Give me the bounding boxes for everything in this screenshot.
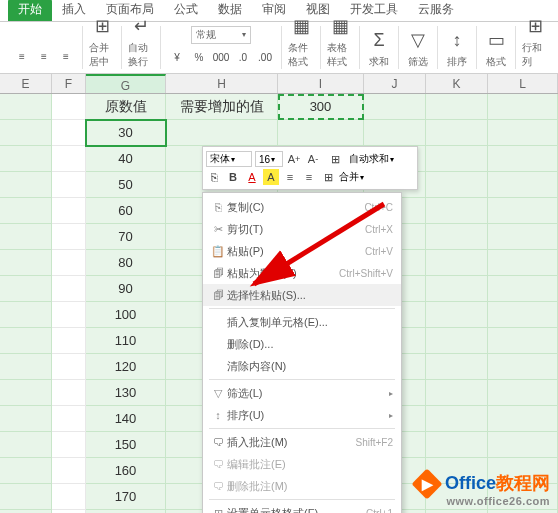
cell[interactable] [426,302,488,328]
cell[interactable] [52,484,86,510]
cell[interactable] [488,302,558,328]
cell[interactable] [426,328,488,354]
cell[interactable] [488,328,558,354]
cell-value[interactable]: 130 [86,380,166,406]
cell[interactable] [426,224,488,250]
increase-font-icon[interactable]: A+ [286,151,302,167]
cell[interactable] [488,94,558,120]
cell-value[interactable]: 80 [86,250,166,276]
ctx-filter[interactable]: ▽筛选(L)▸ [203,382,401,404]
cell-value[interactable]: 40 [86,146,166,172]
merge-center-icon[interactable]: ⊞ [89,13,115,39]
dec-decimal-icon[interactable]: .00 [255,47,275,67]
cell-copied-value[interactable]: 300 [278,94,364,120]
cell[interactable] [426,120,488,146]
col-header-E[interactable]: E [0,74,52,93]
cell[interactable] [0,328,52,354]
cell[interactable] [488,250,558,276]
cell-value[interactable]: 30 [86,120,166,146]
mini-merge-icon[interactable]: ⊞ [324,151,346,167]
cell[interactable] [488,380,558,406]
decrease-font-icon[interactable]: A- [305,151,321,167]
mini-autosum-button[interactable]: 自动求和▾ [349,152,394,166]
tab-data[interactable]: 数据 [208,0,252,21]
rowcol-icon[interactable]: ⊞ [522,13,548,39]
ctx-sort[interactable]: ↕排序(U)▸ [203,404,401,426]
cell[interactable] [0,380,52,406]
cell-value[interactable]: 90 [86,276,166,302]
align-bottom-icon[interactable]: ≡ [56,46,76,66]
cell[interactable] [426,380,488,406]
cell[interactable] [52,250,86,276]
cell[interactable] [364,94,426,120]
col-header-F[interactable]: F [52,74,86,93]
header-original[interactable]: 原数值 [86,94,166,120]
ctx-format-cells[interactable]: ⊞设置单元格格式(F)...Ctrl+1 [203,502,401,513]
cell[interactable] [0,484,52,510]
mini-fontsize-select[interactable]: 16 ▾ [255,151,283,167]
tab-home[interactable]: 开始 [8,0,52,21]
align-center-icon[interactable]: ≡ [301,169,317,185]
cell-value[interactable]: 160 [86,458,166,484]
cell[interactable] [0,302,52,328]
cell[interactable] [52,94,86,120]
cell[interactable] [52,172,86,198]
cell[interactable] [426,250,488,276]
filter-icon[interactable]: ▽ [405,27,431,53]
cell-value[interactable]: 140 [86,406,166,432]
cell[interactable] [488,120,558,146]
cell[interactable] [52,120,86,146]
cell[interactable] [0,354,52,380]
bold-icon[interactable]: B [225,169,241,185]
cell[interactable] [426,432,488,458]
inc-decimal-icon[interactable]: .0 [233,47,253,67]
cell[interactable] [52,328,86,354]
cell-value[interactable]: 110 [86,328,166,354]
ctx-insert-comment[interactable]: 🗨插入批注(M)Shift+F2 [203,431,401,453]
align-middle-icon[interactable]: ≡ [34,46,54,66]
number-format-select[interactable]: 常规▾ [191,26,251,44]
cell[interactable] [52,302,86,328]
cell-value[interactable]: 60 [86,198,166,224]
sum-icon[interactable]: Σ [366,27,392,53]
cell[interactable] [488,172,558,198]
cell[interactable] [52,224,86,250]
cell[interactable] [0,276,52,302]
cell[interactable] [52,432,86,458]
cell[interactable] [278,120,364,146]
ctx-clear[interactable]: 清除内容(N) [203,355,401,377]
mini-merge-button[interactable]: 合并▾ [339,170,364,184]
sort-icon[interactable]: ↕ [444,27,470,53]
cell-value[interactable]: 120 [86,354,166,380]
cell[interactable] [52,458,86,484]
align-left-icon[interactable]: ≡ [282,169,298,185]
cell-value[interactable]: 100 [86,302,166,328]
cell[interactable] [0,120,52,146]
cond-format-icon[interactable]: ▦ [288,13,314,39]
cell[interactable] [426,198,488,224]
fill-color-icon[interactable]: A [263,169,279,185]
cell[interactable] [52,146,86,172]
ctx-delete[interactable]: 删除(D)... [203,333,401,355]
cell[interactable] [0,146,52,172]
tab-formulas[interactable]: 公式 [164,0,208,21]
mini-font-select[interactable]: 宋体 ▾ [206,151,252,167]
percent-icon[interactable]: % [189,47,209,67]
ctx-copy[interactable]: ⎘复制(C)Ctrl+C [203,196,401,218]
ctx-paste-values[interactable]: 🗐粘贴为数值(V)Ctrl+Shift+V [203,262,401,284]
cell[interactable] [488,198,558,224]
wrap-text-icon[interactable]: ↵ [128,13,154,39]
copy-icon[interactable]: ⎘ [206,169,222,185]
align-top-icon[interactable]: ≡ [12,46,32,66]
borders-icon[interactable]: ⊞ [320,169,336,185]
ctx-paste-special[interactable]: 🗐选择性粘贴(S)... [203,284,401,306]
cell[interactable] [426,146,488,172]
header-increment[interactable]: 需要增加的值 [166,94,278,120]
cell[interactable] [0,250,52,276]
currency-icon[interactable]: ¥ [167,47,187,67]
col-header-H[interactable]: H [166,74,278,93]
cell[interactable] [52,380,86,406]
cell[interactable] [426,354,488,380]
cell[interactable] [52,198,86,224]
cell[interactable] [166,120,278,146]
